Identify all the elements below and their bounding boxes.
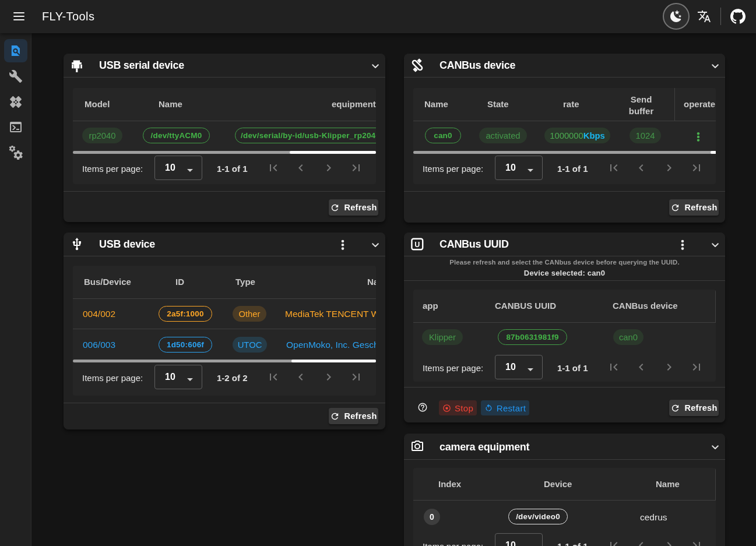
svg-text:U: U [414,241,420,249]
